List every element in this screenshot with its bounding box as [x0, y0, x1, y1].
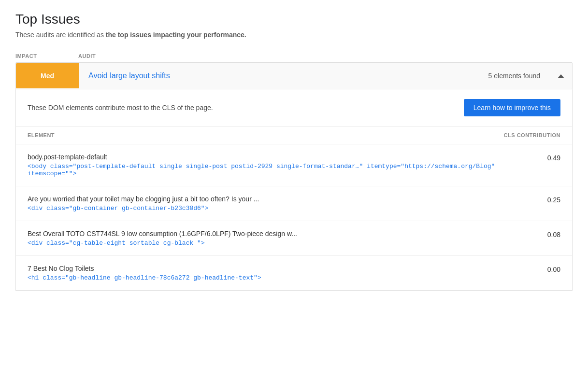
- table-header: IMPACT AUDIT: [15, 50, 573, 62]
- page-title: Top Issues: [15, 12, 573, 27]
- element-row: 7 Best No Clog Toilets <h1 class="gb-hea…: [16, 256, 572, 290]
- cls-value: 0.49: [547, 153, 560, 162]
- element-info: 7 Best No Clog Toilets <h1 class="gb-hea…: [28, 265, 547, 281]
- element-code: <div class="cg-table-eight sortable cg-b…: [28, 239, 528, 247]
- col-element-label: ELEMENT: [28, 132, 55, 138]
- subtitle-bold: the top issues impacting your performanc…: [106, 31, 246, 39]
- audit-row: Med Avoid large layout shifts 5 elements…: [15, 62, 573, 89]
- expanded-section: These DOM elements contribute most to th…: [15, 89, 573, 291]
- element-row: body.post-template-default <body class="…: [16, 144, 572, 186]
- cls-value: 0.08: [547, 230, 560, 239]
- col-impact-header: IMPACT: [15, 53, 78, 59]
- element-row: Best Overall TOTO CST744SL 9 low consump…: [16, 221, 572, 256]
- element-code: <h1 class="gb-headline gb-headline-78c6a…: [28, 274, 528, 281]
- element-code: <body class="post-template-default singl…: [28, 163, 528, 177]
- element-row: Are you worried that your toilet may be …: [16, 186, 572, 221]
- element-title: body.post-template-default: [28, 153, 528, 161]
- elements-table-header: ELEMENT CLS CONTRIBUTION: [16, 126, 572, 144]
- col-cls-label: CLS CONTRIBUTION: [504, 132, 560, 138]
- cls-value: 0.00: [547, 265, 560, 273]
- col-audit-header: AUDIT: [78, 53, 573, 59]
- impact-cell: Med: [16, 63, 79, 88]
- audit-name-cell: Avoid large layout shifts: [79, 63, 479, 89]
- learn-how-button[interactable]: Learn how to improve this: [464, 99, 560, 116]
- chevron-up-icon: [558, 74, 564, 78]
- element-info: body.post-template-default <body class="…: [28, 153, 547, 177]
- expanded-top: These DOM elements contribute most to th…: [16, 89, 572, 126]
- expanded-description: These DOM elements contribute most to th…: [28, 104, 213, 112]
- element-info: Are you worried that your toilet may be …: [28, 195, 547, 212]
- element-code: <div class="gb-container gb-container-b2…: [28, 205, 528, 212]
- page-subtitle: These audits are identified as the top i…: [15, 31, 573, 39]
- audit-name-link[interactable]: Avoid large layout shifts: [88, 71, 170, 80]
- impact-badge: Med: [16, 63, 79, 88]
- chevron-up-button[interactable]: [550, 63, 572, 89]
- cls-value: 0.25: [547, 195, 560, 204]
- element-title: 7 Best No Clog Toilets: [28, 265, 528, 272]
- elements-table: ELEMENT CLS CONTRIBUTION body.post-templ…: [16, 126, 572, 290]
- elements-found-cell: 5 elements found: [479, 63, 550, 88]
- element-title: Best Overall TOTO CST744SL 9 low consump…: [28, 230, 528, 238]
- subtitle-plain: These audits are identified as: [15, 31, 106, 39]
- element-title: Are you worried that your toilet may be …: [28, 195, 528, 203]
- element-info: Best Overall TOTO CST744SL 9 low consump…: [28, 230, 547, 247]
